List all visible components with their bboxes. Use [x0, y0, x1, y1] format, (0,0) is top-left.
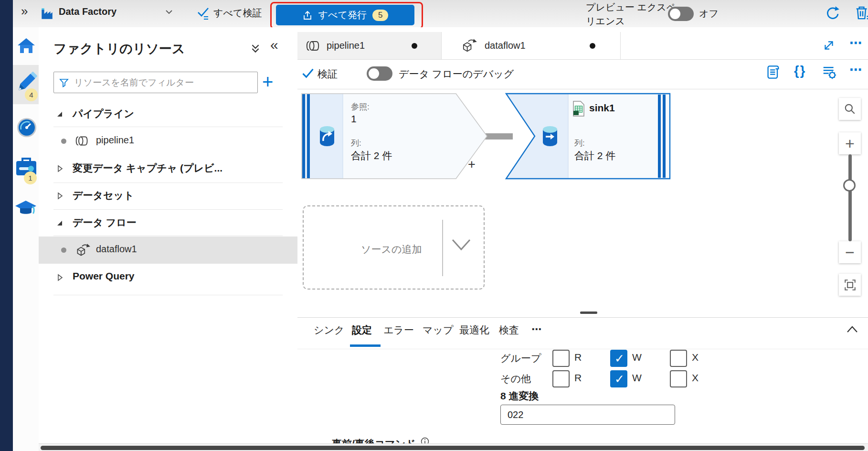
caret-collapsed-icon[interactable]	[56, 192, 63, 202]
monitor-gauge-icon[interactable]	[16, 117, 37, 140]
debug-toggle[interactable]	[367, 66, 392, 81]
caret-expanded-icon[interactable]	[56, 111, 63, 119]
author-badge: 4	[25, 88, 38, 101]
section-change-data-capture[interactable]: 変更データ キャプチャ (プレビ... 0	[39, 155, 297, 182]
divider	[53, 236, 283, 236]
tab-optimize[interactable]: 最適化	[459, 323, 489, 337]
toggle-state-label: オフ	[699, 7, 719, 20]
sink-columns-value: 合計 2 件	[574, 149, 615, 162]
validate-all-button[interactable]: すべて検証	[213, 7, 262, 20]
collapse-panel-chevron-icon[interactable]	[846, 324, 859, 336]
toolbar-more-icon[interactable]: ⋯	[849, 63, 862, 77]
tab-errors[interactable]: エラー	[383, 323, 414, 337]
pipeline-icon	[306, 40, 322, 54]
top-bar: » Data Factory すべて検証 すべて発行 5 プレビュー エクスペ …	[13, 0, 868, 28]
collapse-all-icon[interactable]	[250, 43, 261, 56]
expand-editor-icon[interactable]	[823, 39, 835, 54]
caret-collapsed-icon[interactable]	[56, 274, 63, 283]
resource-filter-input[interactable]	[73, 77, 253, 88]
add-resource-button[interactable]: +	[262, 71, 273, 93]
dataflow-icon	[460, 38, 478, 55]
tab-sink[interactable]: シンク	[314, 323, 344, 337]
tab-label: pipeline1	[327, 40, 365, 51]
caret-expanded-icon[interactable]	[56, 220, 63, 228]
add-source-chevron-icon[interactable]	[451, 238, 472, 253]
add-transform-button[interactable]: +	[468, 157, 476, 172]
divider	[297, 59, 868, 60]
tree-item-dataflow1[interactable]: dataflow1	[39, 236, 297, 264]
fit-to-screen-button[interactable]	[839, 274, 861, 296]
octal-label: 8 進変換	[500, 389, 539, 403]
divider	[53, 127, 283, 127]
list-settings-icon[interactable]	[822, 64, 837, 82]
caret-collapsed-icon[interactable]	[56, 165, 63, 174]
home-icon[interactable]	[17, 37, 36, 57]
divider	[297, 349, 868, 349]
checkbox-others-w[interactable]	[610, 370, 627, 387]
dataflow-icon	[74, 243, 91, 259]
source-node-shape	[302, 94, 487, 179]
source-columns-label: 列:	[351, 138, 361, 149]
tab-settings[interactable]: 設定	[352, 323, 372, 337]
checkbox-others-x[interactable]	[670, 370, 687, 387]
validate-button[interactable]: 検証	[318, 67, 338, 81]
section-power-query[interactable]: Power Query 0	[39, 264, 297, 291]
zoom-slider-thumb[interactable]	[843, 179, 856, 192]
horizontal-scrollbar-thumb[interactable]	[41, 446, 865, 450]
publish-all-button[interactable]: すべて発行 5	[276, 5, 414, 25]
add-source-box[interactable]: ソースの追加	[303, 205, 485, 290]
csv-file-icon	[573, 101, 584, 116]
tree-item-pipeline1[interactable]: pipeline1	[39, 128, 297, 155]
octal-input[interactable]	[500, 405, 675, 425]
portal-side-strip	[0, 0, 13, 451]
tabs-more-icon[interactable]: ⋯	[531, 323, 541, 335]
source-ref-value: 1	[351, 113, 357, 125]
panel-resize-handle[interactable]	[580, 311, 597, 314]
refresh-icon[interactable]	[825, 5, 840, 22]
perm-letter-x: X	[692, 372, 699, 384]
tab-label: dataflow1	[485, 40, 526, 51]
active-tab-underline	[350, 344, 381, 347]
tab-pipeline1[interactable]: pipeline1	[297, 32, 442, 59]
perm-row-group-label: グループ	[500, 352, 541, 365]
publish-icon	[302, 10, 313, 21]
validate-all-icon	[197, 6, 210, 22]
perm-letter-r: R	[574, 352, 582, 363]
section-datasets[interactable]: データセット 2	[39, 182, 297, 209]
checkbox-group-x[interactable]	[670, 350, 687, 367]
preview-experience-toggle[interactable]	[668, 7, 694, 21]
code-braces-icon[interactable]: { }	[794, 64, 805, 78]
trash-icon[interactable]	[855, 5, 868, 23]
learning-cap-icon[interactable]	[14, 199, 37, 221]
factory-resources-panel: ファクトリのリソース « + パイプライン 1 pipeline1	[39, 27, 298, 451]
zoom-in-button[interactable]: +	[839, 132, 861, 154]
sink-name-label[interactable]: sink1	[589, 102, 615, 114]
canvas-search-button[interactable]	[839, 98, 861, 120]
tab-inspect[interactable]: 検査	[499, 323, 519, 337]
perm-letter-w: W	[632, 352, 642, 363]
checkbox-others-r[interactable]	[552, 370, 570, 387]
tab-dataflow1[interactable]: dataflow1	[442, 32, 621, 59]
script-icon[interactable]	[766, 64, 781, 82]
tab-more-icon[interactable]: ⋯	[849, 36, 862, 51]
collapse-panel-icon[interactable]: «	[270, 37, 278, 53]
horizontal-scrollbar[interactable]	[39, 443, 868, 451]
section-dataflows[interactable]: データ フロー 1	[39, 209, 297, 236]
filter-funnel-icon	[59, 77, 69, 88]
data-factory-icon	[40, 6, 54, 22]
resource-filter[interactable]	[53, 72, 258, 93]
unsaved-dot	[590, 43, 595, 49]
zoom-slider-track[interactable]	[848, 154, 852, 241]
checkbox-group-w[interactable]	[610, 350, 627, 367]
zoom-out-button[interactable]: −	[839, 241, 861, 263]
expand-menu-icon[interactable]: »	[21, 4, 28, 19]
tab-mapping[interactable]: マップ	[423, 323, 453, 337]
factory-name-label[interactable]: Data Factory	[59, 6, 116, 17]
section-pipelines[interactable]: パイプライン 1	[39, 100, 297, 128]
preview-experience-label: プレビュー エクスペ リエンス	[586, 0, 681, 28]
perm-letter-r: R	[574, 372, 582, 384]
factory-chevron-down-icon[interactable]	[165, 8, 173, 18]
publish-count-badge: 5	[372, 10, 388, 21]
bottom-settings-panel: シンク 設定 エラー マップ 最適化 検査 ⋯ グループ R W X その他 R	[297, 317, 868, 451]
checkbox-group-r[interactable]	[552, 350, 570, 367]
